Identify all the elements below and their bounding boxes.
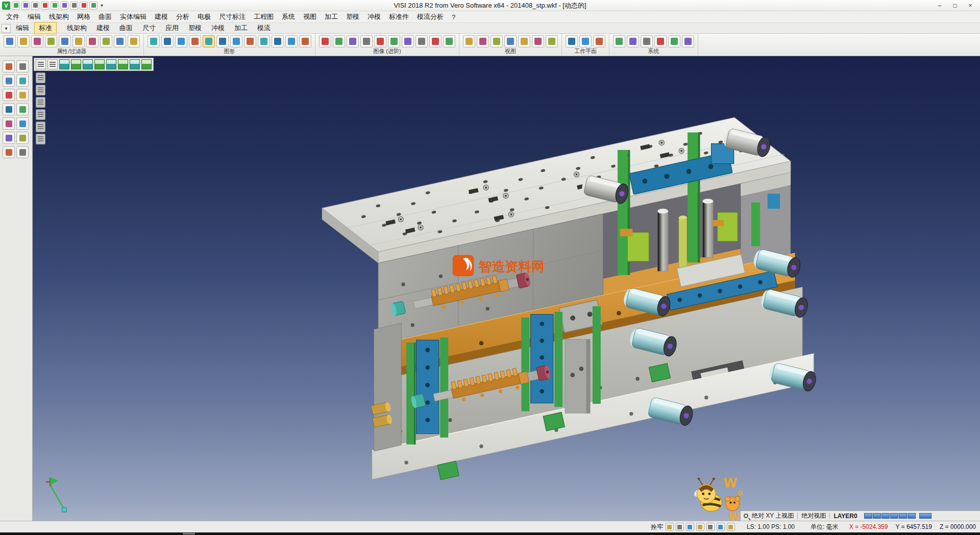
display-icon[interactable] (627, 35, 639, 47)
menu-item-11[interactable]: 工程图 (250, 11, 278, 22)
grid-snap-icon[interactable] (3, 75, 15, 87)
view-cube-icon-7[interactable] (130, 59, 140, 69)
tab-5[interactable]: 曲面 (115, 22, 137, 34)
eraser-icon[interactable] (86, 35, 99, 47)
side-strip-icon-4[interactable] (36, 109, 45, 120)
sketch-icon[interactable] (16, 75, 29, 87)
tab-8[interactable]: 塑模 (184, 22, 206, 34)
hidden-line-icon[interactable] (429, 35, 442, 47)
block-icon[interactable] (244, 35, 256, 47)
view-cube-icon-6[interactable] (118, 59, 128, 69)
extrude-icon[interactable] (258, 35, 270, 47)
menu-item-14[interactable]: 加工 (321, 11, 342, 22)
menu-item-13[interactable]: 视图 (299, 11, 321, 22)
menu-item-12[interactable]: 系统 (278, 11, 299, 22)
menu-item-6[interactable]: 实体编辑 (116, 11, 151, 22)
zoom-out-icon[interactable] (477, 35, 489, 47)
menu-item-2[interactable]: 编辑 (23, 11, 45, 22)
section-icon[interactable] (388, 35, 400, 47)
plane-xy-icon[interactable] (566, 35, 578, 47)
point-icon[interactable] (148, 35, 160, 47)
menu-item-4[interactable]: 网格 (73, 11, 94, 22)
refresh-view-icon[interactable] (546, 35, 558, 47)
view-cube-icon-8[interactable] (141, 59, 152, 69)
tab-7[interactable]: 应用 (161, 22, 183, 34)
cylinder-icon[interactable] (203, 35, 215, 47)
refresh-icon[interactable] (128, 35, 140, 47)
shade-icon[interactable] (319, 35, 331, 47)
tab-1[interactable]: 编辑 (11, 22, 34, 34)
tab-4[interactable]: 建模 (92, 22, 114, 34)
settings-icon[interactable] (654, 35, 667, 47)
filter-icon[interactable] (17, 35, 30, 47)
circle-icon[interactable] (189, 35, 201, 47)
select-icon[interactable] (3, 60, 15, 72)
coords-mode-icon[interactable] (706, 523, 715, 531)
menu-item-9[interactable]: 电极 (193, 11, 215, 22)
camera-icon[interactable] (374, 35, 386, 47)
view-cube-icon-3[interactable] (83, 59, 93, 69)
box-select-icon[interactable] (3, 132, 15, 144)
layer-down-icon[interactable] (114, 35, 126, 47)
revolve-icon[interactable] (272, 35, 284, 47)
help-icon[interactable] (89, 2, 97, 10)
pan-icon[interactable] (504, 35, 517, 47)
side-strip-icon-2[interactable] (36, 85, 45, 95)
paint-icon[interactable] (3, 103, 15, 115)
grid-toggle-icon[interactable] (676, 523, 684, 531)
plane-new-icon[interactable] (579, 35, 592, 47)
layers-icon[interactable] (16, 103, 29, 115)
view-cube-icon-1[interactable] (59, 59, 69, 69)
preview-icon[interactable] (51, 2, 59, 10)
tab-9[interactable]: 冲模 (207, 22, 229, 34)
tab-dropdown-icon[interactable]: ▾ (2, 24, 11, 33)
cone-icon[interactable] (216, 35, 229, 47)
snap-toggle-icon[interactable] (666, 523, 674, 531)
menu-item-1[interactable]: 文件 (2, 11, 23, 22)
cut-icon[interactable] (16, 60, 29, 72)
lock-toggle[interactable]: 拴牢 (651, 523, 663, 531)
tab-2[interactable]: 标准 (34, 22, 57, 34)
menu-item-10[interactable]: 尺寸标注 (215, 11, 250, 22)
print-icon[interactable] (41, 2, 49, 10)
save-file-icon[interactable] (31, 2, 39, 10)
side-strip-icon-3[interactable] (36, 97, 45, 108)
maximize-button[interactable]: □ (947, 1, 963, 11)
settings-gear-icon[interactable] (696, 523, 704, 531)
undo-icon[interactable] (70, 2, 78, 10)
view-cube-icon-4[interactable] (94, 59, 105, 69)
side-strip-icon-1[interactable] (36, 72, 45, 83)
colors-icon[interactable] (613, 35, 625, 47)
magnifier-icon[interactable] (744, 514, 748, 518)
menu-item-18[interactable]: 模流分析 (413, 11, 448, 22)
magnet-icon[interactable] (45, 35, 57, 47)
tab-6[interactable]: 尺寸 (138, 22, 160, 34)
menu-item-3[interactable]: 线架构 (45, 11, 73, 22)
brush-icon[interactable] (72, 35, 85, 47)
measure-icon[interactable] (3, 117, 15, 130)
close-button[interactable]: × (963, 1, 978, 11)
properties-icon[interactable] (4, 35, 16, 47)
arc-icon[interactable] (175, 35, 187, 47)
plane-align-icon[interactable] (593, 35, 605, 47)
view-cube-icon-5[interactable] (106, 59, 116, 69)
quick-access-dropdown-icon[interactable]: ▾ (99, 3, 105, 8)
rotate-icon[interactable] (3, 89, 15, 101)
hatch-icon[interactable] (3, 146, 15, 158)
layer-label[interactable]: LAYER0 (834, 513, 857, 520)
menu-item-15[interactable]: 塑模 (342, 11, 363, 22)
zoom-in-icon[interactable] (463, 35, 475, 47)
viewport-3d[interactable]: 智造资料网 W o (33, 56, 980, 521)
previous-view-icon[interactable] (532, 35, 544, 47)
sphere-icon[interactable] (230, 35, 242, 47)
tab-3[interactable]: 线架构 (62, 22, 91, 34)
email-icon[interactable] (60, 2, 68, 10)
wireframe-view-icon[interactable] (415, 35, 428, 47)
menu-item-8[interactable]: 分析 (172, 11, 193, 22)
sweep-icon[interactable] (285, 35, 298, 47)
menu-item-5[interactable]: 曲面 (94, 11, 116, 22)
undo-icon[interactable] (16, 132, 29, 144)
view-list-icon[interactable] (36, 59, 46, 69)
line-icon[interactable] (161, 35, 174, 47)
screen-icon[interactable] (641, 35, 653, 47)
